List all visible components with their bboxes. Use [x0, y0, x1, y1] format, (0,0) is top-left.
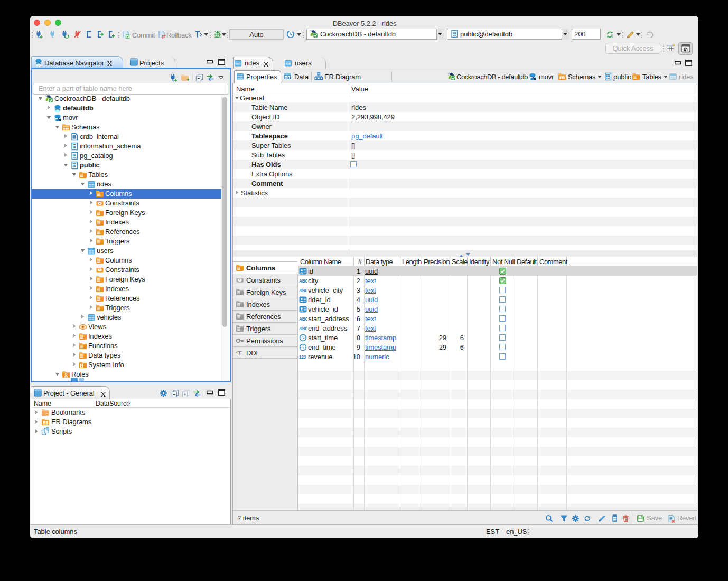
svg-text:ABC: ABC	[299, 278, 307, 284]
svg-text:ABC: ABC	[299, 316, 307, 322]
svg-text:+: +	[186, 77, 189, 82]
svg-text:ABC: ABC	[299, 326, 307, 331]
svg-text:123: 123	[299, 354, 306, 360]
svg-text:ABC: ABC	[299, 288, 307, 293]
